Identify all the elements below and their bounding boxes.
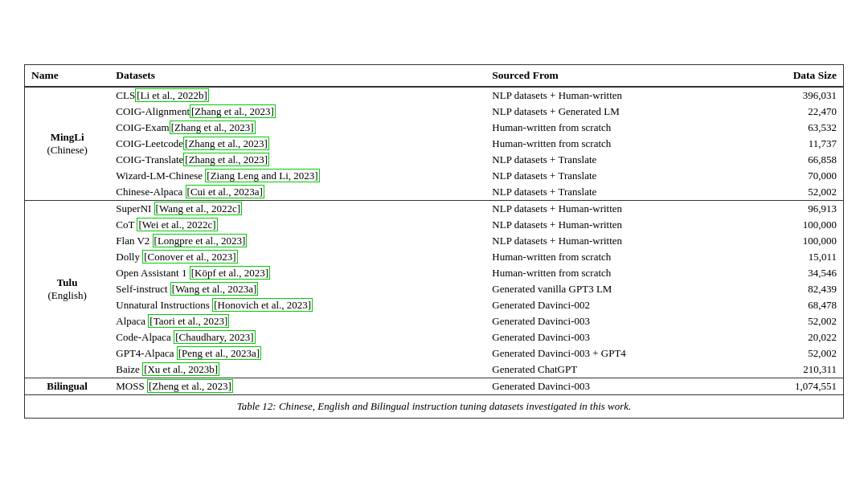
size-cell: 63,532 xyxy=(739,120,843,136)
dataset-cell: COIG-Translate[Zhang et al., 2023] xyxy=(109,152,485,168)
source-cell: Human-written from scratch xyxy=(485,249,739,265)
source-cell: Human-written from scratch xyxy=(485,136,739,152)
source-cell: Human-written from scratch xyxy=(485,120,739,136)
table-row: COIG-Alignment[Zhang et al., 2023]NLP da… xyxy=(25,104,843,120)
size-cell: 52,002 xyxy=(739,345,843,362)
source-cell: NLP datasets + Human-written xyxy=(485,200,739,217)
dataset-cell: CoT [Wei et al., 2022c] xyxy=(109,217,485,233)
size-cell: 20,022 xyxy=(739,329,843,345)
dataset-cell: Wizard-LM-Chinese [Ziang Leng and Li, 20… xyxy=(109,168,485,184)
source-cell: Generated ChatGPT xyxy=(485,362,739,378)
size-cell: 34,546 xyxy=(739,265,843,281)
table-row: Self-instruct [Wang et al., 2023a]Genera… xyxy=(25,281,843,297)
dataset-cell: COIG-Alignment[Zhang et al., 2023] xyxy=(109,104,485,120)
dataset-cell: Open Assistant 1 [Köpf et al., 2023] xyxy=(109,265,485,281)
dataset-cell: Flan V2 [Longpre et al., 2023] xyxy=(109,233,485,249)
source-cell: NLP datasets + Translate xyxy=(485,168,739,184)
size-cell: 82,439 xyxy=(739,281,843,297)
dataset-cell: CLS[Li et al., 2022b] xyxy=(109,87,485,104)
dataset-cell: Self-instruct [Wang et al., 2023a] xyxy=(109,281,485,297)
size-cell: 210,311 xyxy=(739,362,843,378)
table-row: Wizard-LM-Chinese [Ziang Leng and Li, 20… xyxy=(25,168,843,184)
table-row: Alpaca [Taori et al., 2023]Generated Dav… xyxy=(25,313,843,329)
table-row: Tulu(English)SuperNI [Wang et al., 2022c… xyxy=(25,200,843,217)
dataset-cell: GPT4-Alpaca [Peng et al., 2023a] xyxy=(109,345,485,362)
table-row: COIG-Leetcode[Zhang et al., 2023]Human-w… xyxy=(25,136,843,152)
data-table: Name Datasets Sourced From Data Size Min… xyxy=(25,65,843,394)
size-cell: 70,000 xyxy=(739,168,843,184)
source-cell: NLP datasets + Human-written xyxy=(485,87,739,104)
size-cell: 52,002 xyxy=(739,313,843,329)
source-cell: Human-written from scratch xyxy=(485,265,739,281)
source-cell: NLP datasets + Human-written xyxy=(485,217,739,233)
table-caption: Table 12: Chinese, English and Bilingual… xyxy=(25,394,843,418)
size-cell: 11,737 xyxy=(739,136,843,152)
table-row: Flan V2 [Longpre et al., 2023]NLP datase… xyxy=(25,233,843,249)
dataset-cell: Chinese-Alpaca [Cui et al., 2023a] xyxy=(109,184,485,201)
source-cell: Generated vanilla GPT3 LM xyxy=(485,281,739,297)
table-row: Open Assistant 1 [Köpf et al., 2023]Huma… xyxy=(25,265,843,281)
dataset-cell: Alpaca [Taori et al., 2023] xyxy=(109,313,485,329)
source-cell: NLP datasets + Generated LM xyxy=(485,104,739,120)
size-cell: 15,011 xyxy=(739,249,843,265)
dataset-cell: Baize [Xu et al., 2023b] xyxy=(109,362,485,378)
source-cell: Generated Davinci-003 + GPT4 xyxy=(485,345,739,362)
size-cell: 52,002 xyxy=(739,184,843,201)
dataset-cell: COIG-Exam[Zhang et al., 2023] xyxy=(109,120,485,136)
source-cell: Generated Davinci-002 xyxy=(485,297,739,313)
col-header-datasets: Datasets xyxy=(109,65,485,87)
source-cell: NLP datasets + Translate xyxy=(485,184,739,201)
dataset-cell: SuperNI [Wang et al., 2022c] xyxy=(109,200,485,217)
col-header-size: Data Size xyxy=(739,65,843,87)
group-name-cell: Bilingual xyxy=(25,378,109,394)
dataset-cell: MOSS [Zheng et al., 2023] xyxy=(109,378,485,394)
source-cell: Generated Davinci-003 xyxy=(485,313,739,329)
col-header-source: Sourced From xyxy=(485,65,739,87)
table-row: Dolly [Conover et al., 2023]Human-writte… xyxy=(25,249,843,265)
table-row: COIG-Exam[Zhang et al., 2023]Human-writt… xyxy=(25,120,843,136)
source-cell: Generated Davinci-003 xyxy=(485,329,739,345)
size-cell: 96,913 xyxy=(739,200,843,217)
dataset-cell: Unnatural Instructions [Honovich et al.,… xyxy=(109,297,485,313)
table-row: Code-Alpaca [Chaudhary, 2023]Generated D… xyxy=(25,329,843,345)
size-cell: 22,470 xyxy=(739,104,843,120)
group-name-cell: MingLi(Chinese) xyxy=(25,87,109,201)
size-cell: 68,478 xyxy=(739,297,843,313)
main-table-container: Name Datasets Sourced From Data Size Min… xyxy=(24,64,844,419)
table-row: Baize [Xu et al., 2023b]Generated ChatGP… xyxy=(25,362,843,378)
table-row: MingLi(Chinese)CLS[Li et al., 2022b]NLP … xyxy=(25,87,843,104)
table-row: BilingualMOSS [Zheng et al., 2023]Genera… xyxy=(25,378,843,394)
size-cell: 1,074,551 xyxy=(739,378,843,394)
source-cell: Generated Davinci-003 xyxy=(485,378,739,394)
table-row: CoT [Wei et al., 2022c]NLP datasets + Hu… xyxy=(25,217,843,233)
group-name-cell: Tulu(English) xyxy=(25,200,109,378)
source-cell: NLP datasets + Translate xyxy=(485,152,739,168)
dataset-cell: Code-Alpaca [Chaudhary, 2023] xyxy=(109,329,485,345)
size-cell: 100,000 xyxy=(739,217,843,233)
table-row: GPT4-Alpaca [Peng et al., 2023a]Generate… xyxy=(25,345,843,362)
size-cell: 66,858 xyxy=(739,152,843,168)
size-cell: 100,000 xyxy=(739,233,843,249)
table-row: Chinese-Alpaca [Cui et al., 2023a]NLP da… xyxy=(25,184,843,201)
col-header-name: Name xyxy=(25,65,109,87)
size-cell: 396,031 xyxy=(739,87,843,104)
table-row: COIG-Translate[Zhang et al., 2023]NLP da… xyxy=(25,152,843,168)
table-row: Unnatural Instructions [Honovich et al.,… xyxy=(25,297,843,313)
table-header-row: Name Datasets Sourced From Data Size xyxy=(25,65,843,87)
dataset-cell: Dolly [Conover et al., 2023] xyxy=(109,249,485,265)
dataset-cell: COIG-Leetcode[Zhang et al., 2023] xyxy=(109,136,485,152)
source-cell: NLP datasets + Human-written xyxy=(485,233,739,249)
